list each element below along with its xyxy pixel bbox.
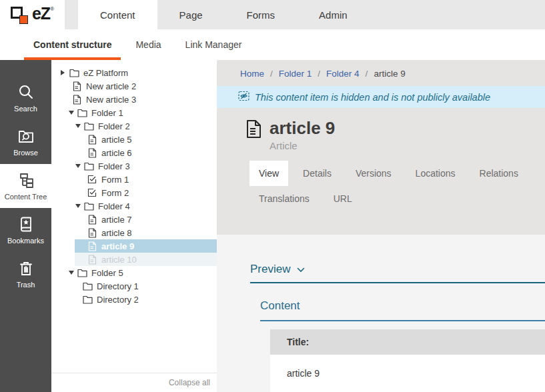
top-navigation: ContentPageFormsAdmin [78,0,370,29]
chevron-expanded-icon[interactable] [75,164,83,168]
chevron-expanded-icon[interactable] [69,111,77,115]
breadcrumb-separator: / [270,69,273,79]
folder-icon [82,281,93,291]
article-icon [87,254,97,265]
sidebar-item-trash[interactable]: Trash [0,252,51,296]
logo[interactable]: eZ ® [0,0,65,29]
tree-item-article-5[interactable]: article 5 [51,133,217,146]
sidebar-item-label: Bookmarks [7,237,44,245]
tree-item-article-9[interactable]: article 9 [51,239,217,253]
tab-locations[interactable]: Locations [406,161,465,186]
chevron-expanded-icon[interactable] [75,204,83,208]
tree-item-label: Folder 3 [98,161,130,171]
field-table: Title:article 9 [270,329,545,392]
tree-item-label: Folder 4 [98,201,130,211]
tree-item-article-7[interactable]: article 7 [51,213,217,226]
breadcrumb-separator: / [366,69,368,79]
tree-item-folder-1[interactable]: Folder 1 [51,106,217,119]
ez-logo-icon [11,7,29,25]
breadcrumb-link-folder-1[interactable]: Folder 1 [279,69,312,79]
sidebar-item-content-tree[interactable]: Content Tree [0,164,51,208]
tree-item-article-8[interactable]: article 8 [51,226,217,239]
ez-platform-admin: eZ ® ContentPageFormsAdmin Content struc… [0,0,545,392]
tab-translations[interactable]: Translations [249,186,319,211]
tree-item-directory-1[interactable]: Directory 1 [51,279,217,293]
top-tab-admin[interactable]: Admin [297,0,370,29]
tree-item-new-article-2[interactable]: New article 2 [51,79,217,93]
registered-mark: ® [50,6,54,12]
field-value: article 9 [270,355,545,392]
breadcrumb-current-article-9: article 9 [374,69,405,79]
tree-item-folder-4[interactable]: Folder 4 [51,199,217,213]
tab-view-panel: Preview Content Title:article 9 [217,235,545,392]
browse-icon [17,128,35,145]
collapse-all-button[interactable]: Collapse all [51,373,217,392]
subnav-item-link-manager[interactable]: Link Manager [176,29,251,60]
top-tab-page[interactable]: Page [157,0,225,29]
chevron-collapsed-icon[interactable] [61,70,69,75]
tree-item-directory-2[interactable]: Directory 2 [51,293,217,306]
tree-item-form-2[interactable]: Form 2 [51,186,217,199]
subnav-item-media[interactable]: Media [126,29,170,60]
article-icon [87,227,97,238]
top-tab-forms[interactable]: Forms [225,0,298,29]
tree-item-article-6[interactable]: article 6 [51,146,217,159]
sidebar-item-search[interactable]: Search [0,76,51,120]
tree-item-label: Folder 5 [91,268,123,278]
tree-item-label: Directory 1 [97,281,139,291]
tree-item-label: New article 3 [86,95,136,105]
preview-label: Preview [250,263,290,276]
tab-relations[interactable]: Relations [470,161,528,186]
sidebar-item-label: Trash [17,281,35,289]
breadcrumb-link-home[interactable]: Home [240,69,264,79]
tree-item-new-article-3[interactable]: New article 3 [51,93,217,106]
bookmarks-icon [17,216,35,233]
tree-item-label: Form 1 [101,175,129,185]
folder-icon [83,201,94,211]
sub-navigation: Content structureMediaLink Manager [0,29,545,60]
tab-details[interactable]: Details [294,161,341,186]
article-icon [87,214,97,225]
hidden-eye-icon [238,91,249,104]
chevron-down-icon [297,263,305,276]
tree-item-form-1[interactable]: Form 1 [51,173,217,186]
form-icon [87,187,97,198]
folder-icon [83,161,94,171]
field-name: Title: [270,329,545,355]
tree-item-label: Form 2 [101,188,129,198]
tab-url[interactable]: URL [324,186,362,211]
tab-versions[interactable]: Versions [346,161,401,186]
tree-item-ez-platform[interactable]: eZ Platform [51,66,217,79]
content-section: Content Title:article 9 [260,299,545,392]
tree-item-label: article 7 [101,215,132,225]
sidebar-item-browse[interactable]: Browse [0,120,51,164]
tree-item-label: article 5 [101,135,132,145]
content-tree-icon [17,172,35,189]
tree-item-label: Directory 2 [97,295,139,305]
content-tree-panel: eZ PlatformNew article 2New article 3Fol… [51,60,217,392]
tree-item-label: article 9 [101,241,134,251]
content-tabs: ViewDetailsVersionsLocationsRelationsTra… [249,161,545,211]
breadcrumb-link-folder-4[interactable]: Folder 4 [326,69,360,79]
tree-item-folder-5[interactable]: Folder 5 [51,266,217,279]
sidebar-item-label: Search [14,105,37,113]
preview-toggle[interactable]: Preview [250,263,545,283]
tab-view[interactable]: View [249,161,288,186]
subnav-item-content-structure[interactable]: Content structure [24,29,121,60]
tree-item-folder-3[interactable]: Folder 3 [51,159,217,173]
tree-item-label: eZ Platform [83,68,128,78]
tree-item-article-10[interactable]: article 10 [51,253,217,266]
content-header: Home/Folder 1/Folder 4/article 9 This co… [217,60,545,235]
content-type-label: Article [269,140,335,151]
folder-icon [82,294,93,305]
tree-item-label: article 8 [101,228,132,238]
chevron-expanded-icon[interactable] [69,271,77,275]
content-section-heading: Content [260,299,545,321]
chevron-expanded-icon[interactable] [75,124,83,128]
sidebar-item-bookmarks[interactable]: Bookmarks [0,208,51,252]
sidebar-item-label: Browse [13,149,38,157]
article-icon [71,81,82,91]
top-tab-content[interactable]: Content [78,0,157,29]
trash-icon [18,260,34,277]
tree-item-folder-2[interactable]: Folder 2 [51,119,217,133]
